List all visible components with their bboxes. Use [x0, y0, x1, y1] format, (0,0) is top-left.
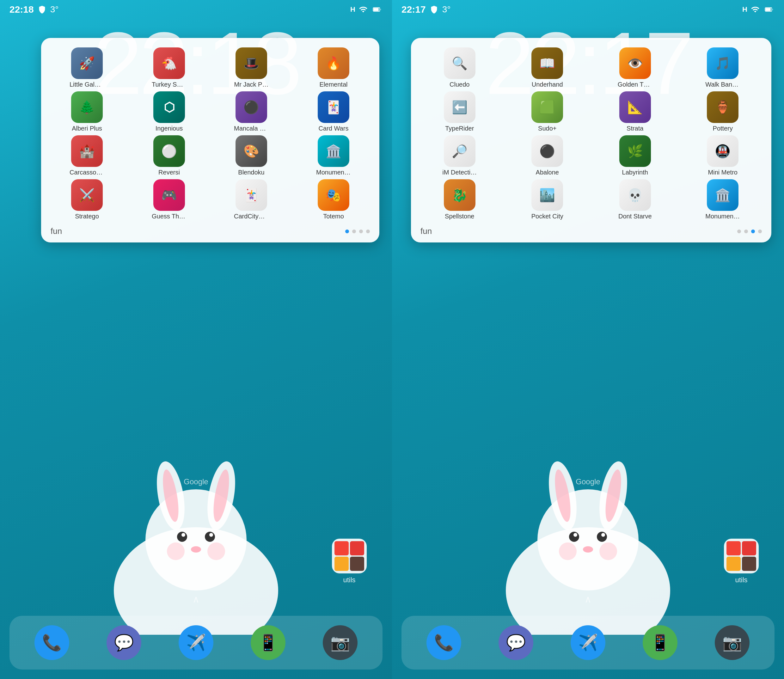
app-item[interactable]: 🎵Walk Band…	[681, 47, 765, 88]
app-item[interactable]: 🚇Mini Metro	[681, 135, 765, 176]
app-item[interactable]: 💀Dont Starve	[593, 179, 678, 220]
app-icon: ⚫	[531, 135, 563, 167]
app-grid-right: 🔍Cluedo📖Underhand👁️Golden Thr…🎵Walk Band…	[417, 47, 765, 220]
page-dot[interactable]	[758, 230, 762, 233]
app-item[interactable]: ⚪Reversi	[130, 135, 209, 176]
app-label: Abalone	[536, 169, 559, 176]
app-item[interactable]: 🎩Mr Jack P…	[212, 47, 291, 88]
app-item[interactable]: 🏺Pottery	[681, 91, 765, 132]
utils-folder-right[interactable]: utils	[724, 539, 759, 584]
app-label: Dont Starve	[618, 213, 652, 220]
svg-rect-1	[374, 8, 379, 11]
app-item[interactable]: 🏛️Monument…	[681, 179, 765, 220]
app-item[interactable]: 🏛️Monument…	[294, 135, 373, 176]
dock-app-camera[interactable]: 📷	[715, 625, 750, 660]
app-label: Golden Thr…	[618, 81, 653, 88]
signal-h-right: H	[742, 5, 747, 14]
page-dot[interactable]	[352, 230, 356, 233]
app-label: Spellstone	[445, 213, 474, 220]
app-item[interactable]: 🚀Little Gala…	[47, 47, 127, 88]
google-label-left: Google	[184, 477, 208, 486]
app-item[interactable]: 🏙️Pocket City	[505, 179, 590, 220]
screen-left: 22:18 3° H 22:18 🚀Little Gala…🐔Turkey Se…	[0, 0, 392, 679]
app-label: Guess The…	[152, 213, 186, 220]
status-left: 22:18 3°	[9, 4, 59, 15]
app-item[interactable]: 🐔Turkey Sea…	[130, 47, 209, 88]
page-dot[interactable]	[345, 230, 349, 233]
app-item[interactable]: 🃏Card Wars	[294, 91, 373, 132]
app-icon: 🎩	[236, 47, 267, 79]
dock-app-messenger[interactable]: ✈️	[571, 625, 606, 660]
app-item[interactable]: ⬡Ingenious	[130, 91, 209, 132]
page-dot[interactable]	[366, 230, 370, 233]
status-bar-right: 22:17 3° H	[392, 0, 784, 19]
page-dots-left[interactable]	[345, 230, 370, 233]
svg-point-11	[209, 533, 213, 537]
folder-popup-left[interactable]: 🚀Little Gala…🐔Turkey Sea…🎩Mr Jack P…🔥Ele…	[41, 38, 379, 242]
dock-app-messenger[interactable]: ✈️	[178, 625, 213, 660]
app-item[interactable]: ⚫Mancala M…	[212, 91, 291, 132]
app-item[interactable]: 📖Underhand	[505, 47, 590, 88]
app-label: Monument…	[705, 213, 740, 220]
page-dot[interactable]	[744, 230, 748, 233]
page-dots-right[interactable]	[737, 230, 762, 233]
app-item[interactable]: 👁️Golden Thr…	[593, 47, 678, 88]
dock-app-phone[interactable]: 📞	[426, 625, 461, 660]
app-item[interactable]: 🐉Spellstone	[417, 179, 502, 220]
utils-icon-left[interactable]	[332, 539, 367, 573]
app-icon: ⚫	[236, 91, 267, 123]
dock-app-messages[interactable]: 💬	[499, 625, 533, 660]
app-label: Alberi Plus	[72, 125, 102, 132]
status-right-right: H	[742, 5, 775, 14]
time-left: 22:18	[9, 4, 34, 15]
app-icon: 🏛️	[707, 179, 739, 211]
page-dot[interactable]	[737, 230, 741, 233]
app-icon: 🚀	[71, 47, 103, 79]
app-icon: ⚔️	[71, 179, 103, 211]
chevron-up-left[interactable]: ∧	[192, 594, 199, 605]
app-icon: 🐔	[153, 47, 185, 79]
app-label: Sudo+	[538, 125, 556, 132]
svg-point-12	[191, 546, 201, 552]
app-item[interactable]: 🔎iM Detecti…	[417, 135, 502, 176]
dock-app-phone[interactable]: 📞	[34, 625, 69, 660]
app-item[interactable]: 📐Strata	[593, 91, 678, 132]
temp-left: 3°	[50, 5, 59, 14]
utils-icon-right[interactable]	[724, 539, 759, 573]
dock-app-whatsapp[interactable]: 📱	[643, 625, 678, 660]
chevron-up-right[interactable]: ∧	[585, 594, 592, 605]
app-label: Reversi	[158, 169, 180, 176]
dock-app-messages[interactable]: 💬	[106, 625, 141, 660]
app-item[interactable]: 🏰Carcasson…	[47, 135, 127, 176]
app-label: Blendoku	[238, 169, 264, 176]
app-label: Turkey Sea…	[152, 81, 186, 88]
dock-app-whatsapp[interactable]: 📱	[251, 625, 285, 660]
app-item[interactable]: 🔍Cluedo	[417, 47, 502, 88]
app-icon: 📖	[531, 47, 563, 79]
app-grid-left: 🚀Little Gala…🐔Turkey Sea…🎩Mr Jack P…🔥Ele…	[47, 47, 373, 220]
app-icon: 🃏	[318, 91, 349, 123]
utils-folder-left[interactable]: utils	[332, 539, 367, 584]
app-label: Stratego	[75, 213, 99, 220]
app-item[interactable]: 🟩Sudo+	[505, 91, 590, 132]
signal-icon-left	[358, 5, 368, 14]
page-dot[interactable]	[751, 230, 755, 233]
app-item[interactable]: 🎭Totemo	[294, 179, 373, 220]
app-item[interactable]: ⚔️Stratego	[47, 179, 127, 220]
app-item[interactable]: 🎨Blendoku	[212, 135, 291, 176]
temp-right: 3°	[442, 5, 451, 14]
folder-popup-right[interactable]: 🔍Cluedo📖Underhand👁️Golden Thr…🎵Walk Band…	[411, 38, 771, 242]
app-item[interactable]: 🌲Alberi Plus	[47, 91, 127, 132]
app-item[interactable]: ⬅️TypeRider	[417, 91, 502, 132]
app-item[interactable]: 🌿Labyrinth	[593, 135, 678, 176]
app-item[interactable]: 🃏CardCityNi…	[212, 179, 291, 220]
dock-app-camera[interactable]: 📷	[323, 625, 358, 660]
app-icon: 🔍	[444, 47, 476, 79]
app-item[interactable]: ⚫Abalone	[505, 135, 590, 176]
page-dot[interactable]	[359, 230, 363, 233]
app-icon: 🎨	[236, 135, 267, 167]
app-label: Little Gala…	[70, 81, 104, 88]
app-label: Strata	[627, 125, 643, 132]
app-item[interactable]: 🎮Guess The…	[130, 179, 209, 220]
app-item[interactable]: 🔥Elemental	[294, 47, 373, 88]
